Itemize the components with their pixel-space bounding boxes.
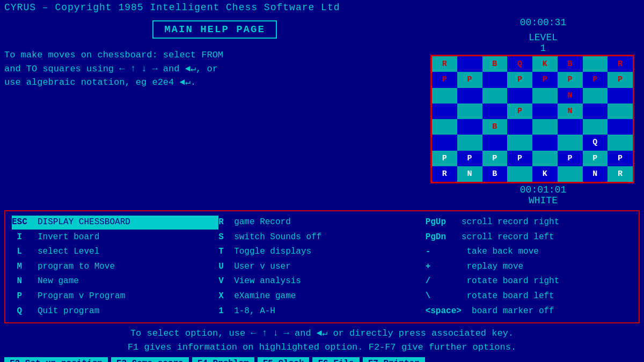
cell-2-0 [432,88,457,104]
cell-7-1: N [457,166,482,182]
help-line-2: and TO squares using ← ↑ ↓ → and ◄↵, or [4,62,425,76]
menu-item-1[interactable]: 1 1-8, A-H [218,305,425,319]
menu-grid: ESC DISPLAY CHESSBOARD I Invert board L … [12,216,632,318]
menu-item-space[interactable]: <space> board marker off [426,305,632,319]
cell-0-5: B [558,56,583,72]
cell-6-6: P [583,151,608,166]
right-panel: 00:00:31 LEVEL 1 R B Q K B R P [425,15,640,206]
cell-5-2 [482,135,508,150]
cell-0-4: K [532,56,558,72]
cell-5-7 [608,135,633,150]
menu-col-2: R game Record S switch Sounds off T Togg… [218,216,425,318]
cell-0-1 [457,56,482,72]
menu-item-backslash[interactable]: \ rotate board left [426,290,632,304]
menu-item-s[interactable]: S switch Sounds off [218,231,425,245]
f7-button[interactable]: F7 Printer [363,357,425,362]
cell-1-4: P [532,72,558,87]
cell-4-6 [583,119,608,135]
cell-7-7: R [608,166,633,182]
cell-1-1: P [457,72,482,87]
fkey-bar: F2 Set up position F3 Game score F4 Prob… [0,355,644,362]
cell-2-5: N [558,88,583,104]
cell-3-5: N [558,104,583,119]
cell-4-1 [457,119,482,135]
app-title: CYRUS – Copyright 1985 Intelligent Chess… [4,2,340,13]
title-bar: CYRUS – Copyright 1985 Intelligent Chess… [0,0,644,15]
cell-3-6 [583,104,608,119]
menu-item-esc[interactable]: ESC DISPLAY CHESSBOARD [12,216,218,230]
color-value: WHITE [529,195,558,206]
chess-board: R B Q K B R P P P P P P P [432,56,633,182]
cell-0-3: Q [507,56,532,72]
instruction-bar: To select option, use ← ↑ ↓ → and ◄↵ or … [0,323,644,355]
menu-item-minus[interactable]: - take back move [426,245,632,259]
menu-item-u[interactable]: U User v user [218,260,425,274]
cell-1-7: P [608,72,633,87]
instruction-line2: F1 gives information on highlighted opti… [4,341,640,354]
menu-col-3: PgUp scroll record right PgDn scroll rec… [426,216,632,318]
cell-6-3: P [507,151,532,166]
menu-item-r[interactable]: R game Record [218,216,425,230]
cell-0-6 [583,56,608,72]
menu-box: ESC DISPLAY CHESSBOARD I Invert board L … [4,210,640,323]
menu-item-i[interactable]: I Invert board [12,231,218,245]
cell-6-0: P [432,151,457,166]
cell-5-4 [532,135,558,150]
help-line-3: use algebraic notation, eg e2e4 ◄↵. [4,76,425,90]
cell-3-4 [532,104,558,119]
cell-3-7 [608,104,633,119]
cell-1-0: P [432,72,457,87]
cell-4-3 [507,119,532,135]
menu-item-slash[interactable]: / rotate board right [426,275,632,289]
f4-button[interactable]: F4 Problem [192,357,254,362]
cell-7-0: R [432,166,457,182]
cell-1-5: P [558,72,583,87]
cell-3-3: P [507,104,532,119]
main-area: MAIN HELP PAGE To make moves on chessboa… [0,15,644,206]
cell-0-7: R [608,56,633,72]
level-section: LEVEL 1 [507,32,558,54]
cell-5-3 [507,135,532,150]
menu-item-q[interactable]: Q Quit program [12,305,218,319]
f3-button[interactable]: F3 Game score [111,357,189,362]
menu-item-pgup[interactable]: PgUp scroll record right [426,216,632,230]
cell-5-5 [558,135,583,150]
level-value: 1 [540,43,546,54]
cell-6-2: P [482,151,508,166]
cell-1-3: P [507,72,532,87]
cell-5-0 [432,135,457,150]
cell-5-1 [457,135,482,150]
cell-2-1 [457,88,482,104]
cell-0-0: R [432,56,457,72]
cell-0-2: B [482,56,508,72]
menu-item-p[interactable]: P Program v Program [12,290,218,304]
menu-item-l[interactable]: L select Level [12,245,218,259]
cell-4-0 [432,119,457,135]
level-label: LEVEL [529,32,558,43]
clock2-section: 00:01:01 WHITE [499,184,566,206]
menu-item-x[interactable]: X eXamine game [218,290,425,304]
menu-item-n[interactable]: N New game [12,275,218,289]
menu-item-pgdn[interactable]: PgDn scroll record left [426,231,632,245]
chess-board-wrap: R B Q K B R P P P P P P P [430,55,634,183]
cell-6-5: P [558,151,583,166]
cell-2-6 [583,88,608,104]
f6-button[interactable]: F6 File [312,357,359,362]
f2-button[interactable]: F2 Set up position [4,357,108,362]
menu-item-t[interactable]: T Toggle displays [218,245,425,259]
help-line-1: To make moves on chessboard: select FROM [4,48,425,62]
menu-col-1: ESC DISPLAY CHESSBOARD I Invert board L … [12,216,218,318]
cell-2-3 [507,88,532,104]
clock1-value: 00:00:31 [520,17,566,28]
instruction-line1: To select option, use ← ↑ ↓ → and ◄↵ or … [4,327,640,341]
f5-button[interactable]: F5 Clock [258,357,310,362]
cell-6-1: P [457,151,482,166]
menu-item-v[interactable]: V View analysis [218,275,425,289]
cell-3-2 [482,104,508,119]
menu-item-m[interactable]: M program to Move [12,260,218,274]
menu-item-plus[interactable]: + replay move [426,260,632,274]
cell-3-0 [432,104,457,119]
cell-4-4 [532,119,558,135]
clock1-section: 00:00:31 [425,17,640,28]
cell-5-6: Q [583,135,608,150]
